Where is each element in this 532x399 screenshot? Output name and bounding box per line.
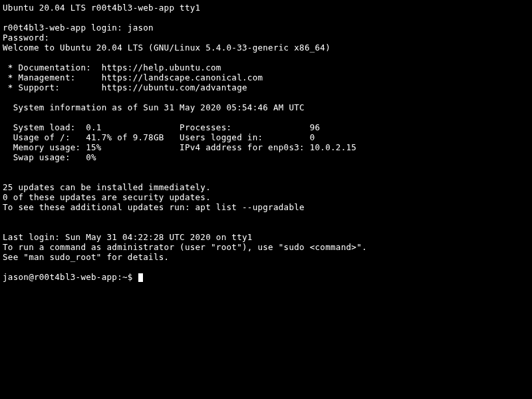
sysinfo-header: System information as of Sun 31 May 2020… bbox=[3, 102, 305, 112]
sysinfo-row-1: System load: 0.1 Processes: 96 bbox=[3, 122, 320, 132]
sudo-hint-2: See "man sudo_root" for details. bbox=[3, 252, 169, 262]
last-login-line: Last login: Sun May 31 04:22:28 UTC 2020… bbox=[3, 232, 253, 242]
tty-terminal[interactable]: Ubuntu 20.04 LTS r00t4bl3-web-app tty1 r… bbox=[0, 0, 532, 285]
link-documentation: * Documentation: https://help.ubuntu.com bbox=[3, 63, 221, 72]
link-support: * Support: https://ubuntu.com/advantage bbox=[3, 82, 247, 92]
welcome-line: Welcome to Ubuntu 20.04 LTS (GNU/Linux 5… bbox=[3, 43, 331, 53]
login-prompt: r00t4bl3-web-app login: jason bbox=[3, 23, 154, 33]
sudo-hint-1: To run a command as administrator (user … bbox=[3, 242, 367, 252]
issue-line: Ubuntu 20.04 LTS r00t4bl3-web-app tty1 bbox=[3, 3, 200, 13]
link-management: * Management: https://landscape.canonica… bbox=[3, 72, 263, 82]
updates-line-3: To see these additional updates run: apt… bbox=[3, 202, 305, 212]
shell-prompt[interactable]: jason@r00t4bl3-web-app:~$ bbox=[3, 272, 138, 282]
sysinfo-row-3: Memory usage: 15% IPv4 address for enp0s… bbox=[3, 142, 356, 152]
updates-line-2: 0 of these updates are security updates. bbox=[3, 192, 211, 202]
updates-line-1: 25 updates can be installed immediately. bbox=[3, 182, 211, 192]
password-prompt: Password: bbox=[3, 33, 49, 43]
cursor-icon bbox=[138, 273, 143, 282]
sysinfo-row-4: Swap usage: 0% bbox=[3, 152, 96, 162]
sysinfo-row-2: Usage of /: 41.7% of 9.78GB Users logged… bbox=[3, 132, 315, 142]
